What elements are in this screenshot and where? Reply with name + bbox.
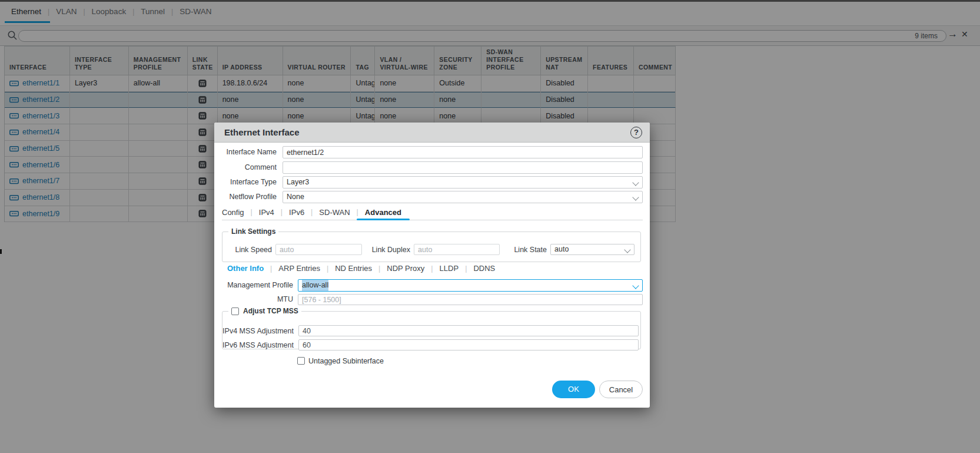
untagged-subinterface-label: Untagged Subinterface bbox=[308, 357, 384, 365]
inner-tab-lldp[interactable]: LLDP bbox=[440, 264, 459, 273]
adjust-tcp-mss-legend: Adjust TCP MSS bbox=[228, 307, 301, 315]
interface-type-value: Layer3 bbox=[287, 177, 309, 188]
management-profile-value: allow-all bbox=[302, 280, 328, 291]
link-speed-label: Link Speed bbox=[222, 246, 272, 254]
tab-separator: | bbox=[311, 208, 313, 216]
adjust-tcp-mss-fieldset: Adjust TCP MSS IPv4 MSS Adjustment IPv6 … bbox=[222, 311, 641, 349]
ipv6-mss-label: IPv6 MSS Adjustment bbox=[222, 341, 294, 349]
netflow-profile-row: Netflow Profile None bbox=[214, 191, 650, 203]
link-duplex-label: Link Duplex bbox=[361, 246, 410, 254]
dialog-title: Ethernet Interface bbox=[224, 123, 300, 143]
interface-name-input[interactable] bbox=[283, 146, 643, 158]
link-state-label: Link State bbox=[506, 246, 547, 254]
tab-separator: | bbox=[465, 264, 467, 273]
comment-row: Comment bbox=[214, 161, 650, 174]
dialog-tab-ipv4[interactable]: IPv4 bbox=[259, 208, 274, 217]
tab-separator: | bbox=[357, 208, 358, 216]
chevron-down-icon bbox=[632, 179, 639, 186]
mtu-input[interactable] bbox=[298, 294, 643, 305]
dialog-tab-ipv6[interactable]: IPv6 bbox=[289, 208, 304, 217]
link-settings-legend: Link Settings bbox=[228, 227, 278, 236]
cancel-button[interactable]: Cancel bbox=[599, 381, 643, 398]
adjust-tcp-mss-checkbox[interactable] bbox=[231, 307, 239, 315]
dialog-titlebar: Ethernet Interface bbox=[214, 123, 650, 143]
left-edge-mark bbox=[0, 249, 2, 254]
tab-separator: | bbox=[431, 264, 433, 273]
interface-type-label: Interface Type bbox=[214, 178, 277, 186]
management-profile-select[interactable]: allow-all bbox=[298, 279, 643, 292]
inner-tab-ddns[interactable]: DDNS bbox=[473, 264, 495, 273]
ok-button[interactable]: OK bbox=[552, 381, 595, 398]
ethernet-interface-dialog: Ethernet Interface ? Interface Name Comm… bbox=[214, 123, 650, 408]
interface-type-row: Interface Type Layer3 bbox=[214, 176, 650, 189]
dialog-tab-advanced[interactable]: Advanced bbox=[365, 208, 401, 217]
tab-separator: | bbox=[251, 208, 253, 216]
link-settings-fieldset: Link Settings Link Speed Link Duplex Lin… bbox=[222, 232, 641, 262]
management-profile-row: Management Profile allow-all bbox=[214, 279, 650, 292]
comment-label: Comment bbox=[214, 163, 277, 171]
mtu-label: MTU bbox=[214, 295, 293, 303]
tab-separator: | bbox=[270, 264, 272, 273]
ipv6-mss-input[interactable] bbox=[298, 339, 639, 351]
inner-tab-nd-entries[interactable]: ND Entries bbox=[335, 264, 372, 273]
interface-name-label: Interface Name bbox=[214, 148, 277, 156]
comment-input[interactable] bbox=[283, 161, 643, 174]
tab-separator: | bbox=[378, 264, 380, 273]
dialog-tabs: Config|IPv4|IPv6|SD-WAN|Advanced bbox=[222, 204, 643, 220]
advanced-inner-tabs: Other Info|ARP Entries|ND Entries|NDP Pr… bbox=[227, 264, 495, 273]
dialog-tab-config[interactable]: Config bbox=[222, 208, 244, 217]
tab-separator: | bbox=[281, 208, 283, 216]
link-state-select[interactable]: auto bbox=[550, 244, 634, 255]
netflow-profile-label: Netflow Profile bbox=[214, 193, 277, 201]
management-profile-label: Management Profile bbox=[214, 281, 293, 289]
pan-os-screen: Ethernet|VLAN|Loopback|Tunnel|SD-WAN 9 i… bbox=[0, 0, 980, 453]
ipv4-mss-input[interactable] bbox=[298, 325, 639, 336]
chevron-down-icon bbox=[624, 246, 630, 253]
inner-tab-other-info[interactable]: Other Info bbox=[227, 264, 264, 273]
help-icon[interactable]: ? bbox=[630, 127, 642, 138]
chevron-down-icon bbox=[632, 282, 639, 289]
link-state-value: auto bbox=[554, 244, 569, 254]
link-speed-input[interactable] bbox=[275, 244, 362, 255]
netflow-profile-value: None bbox=[287, 191, 304, 203]
ipv4-mss-label: IPv4 MSS Adjustment bbox=[222, 327, 294, 335]
adjust-tcp-mss-legend-text: Adjust TCP MSS bbox=[243, 307, 298, 315]
mtu-row: MTU bbox=[214, 294, 650, 305]
chevron-down-icon bbox=[632, 194, 639, 200]
tab-separator: | bbox=[327, 264, 328, 273]
interface-type-select[interactable]: Layer3 bbox=[283, 176, 643, 189]
inner-tab-ndp-proxy[interactable]: NDP Proxy bbox=[387, 264, 424, 273]
interface-name-row: Interface Name bbox=[214, 146, 650, 158]
dialog-tab-sd-wan[interactable]: SD-WAN bbox=[319, 208, 350, 217]
untagged-subinterface-checkbox[interactable] bbox=[297, 357, 305, 365]
netflow-profile-select[interactable]: None bbox=[283, 191, 643, 203]
link-duplex-input[interactable] bbox=[414, 244, 500, 255]
inner-tab-arp-entries[interactable]: ARP Entries bbox=[278, 264, 320, 273]
